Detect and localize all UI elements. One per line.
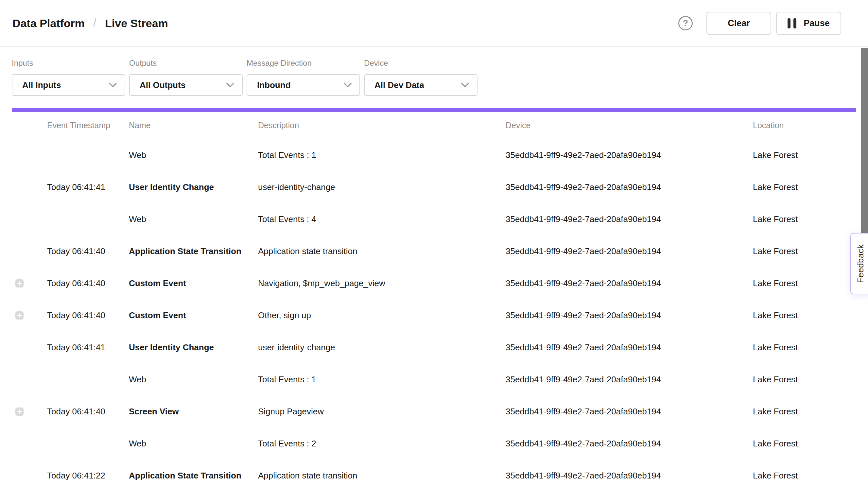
cell-device: 35eddb41-9ff9-49e2-7aed-20afa90eb194 [506,438,753,449]
cell-device: 35eddb41-9ff9-49e2-7aed-20afa90eb194 [506,310,753,321]
expand-plus-icon[interactable] [16,279,24,287]
cell-description: Application state transition [258,246,506,256]
cell-location: Lake Forest [753,342,856,353]
cell-name: Custom Event [129,278,258,288]
cell-name: User Identity Change [129,182,258,192]
cell-description: Navigation, $mp_web_page_view [258,278,506,288]
help-icon[interactable]: ? [678,16,693,30]
outputs-select-value: All Outputs [140,80,185,90]
clear-button[interactable]: Clear [707,12,771,35]
table-row[interactable]: WebTotal Events : 135eddb41-9ff9-49e2-7a… [12,363,856,395]
device-select-value: All Dev Data [374,80,424,90]
table-row[interactable]: Today 06:41:41User Identity Changeuser-i… [12,171,856,203]
column-header-event-timestamp: Event Timestamp [47,121,129,130]
table-row[interactable]: Today 06:41:40Screen ViewSignup Pageview… [12,395,856,427]
cell-event-timestamp: Today 06:41:40 [47,310,129,321]
filters-bar: Inputs All Inputs Outputs All Outputs Me… [0,47,868,96]
table-row[interactable]: Today 06:41:40Custom EventOther, sign up… [12,299,856,331]
breadcrumb-section[interactable]: Data Platform [12,17,85,30]
chevron-down-icon [344,83,351,88]
cell-name: Web [129,438,258,449]
page-title: Live Stream [105,17,168,30]
filter-message-direction: Message Direction Inbound [247,59,360,96]
cell-device: 35eddb41-9ff9-49e2-7aed-20afa90eb194 [506,342,753,353]
filter-device: Device All Dev Data [364,59,477,96]
pause-button[interactable]: Pause [776,12,841,35]
cell-name: Screen View [129,406,258,417]
expand-plus-icon[interactable] [16,311,24,320]
cell-name: Web [129,214,258,224]
filter-outputs: Outputs All Outputs [129,59,243,96]
table-row[interactable]: Today 06:41:41User Identity Changeuser-i… [12,331,856,363]
cell-location: Lake Forest [753,150,856,160]
device-select[interactable]: All Dev Data [364,74,477,96]
cell-name: Custom Event [129,310,258,321]
accent-divider [12,108,856,112]
cell-description: Signup Pageview [258,406,506,417]
table-row[interactable]: Today 06:41:40Custom EventNavigation, $m… [12,267,856,299]
cell-location: Lake Forest [753,374,856,385]
cell-device: 35eddb41-9ff9-49e2-7aed-20afa90eb194 [506,150,753,160]
inputs-select-value: All Inputs [22,80,61,90]
cell-location: Lake Forest [753,278,856,288]
cell-location: Lake Forest [753,182,856,192]
pause-button-label: Pause [804,18,830,28]
cell-event-timestamp: Today 06:41:40 [47,406,129,417]
header-actions: ? Clear Pause [678,12,841,35]
filter-label: Inputs [12,59,125,67]
filter-label: Outputs [129,59,243,67]
cell-location: Lake Forest [753,310,856,321]
cell-description: Application state transition [258,470,506,481]
outputs-select[interactable]: All Outputs [129,74,243,96]
chevron-down-icon [109,83,117,88]
table-row[interactable]: Today 06:41:22Application State Transiti… [12,459,856,486]
cell-device: 35eddb41-9ff9-49e2-7aed-20afa90eb194 [506,278,753,288]
feedback-tab-label: Feedback [856,244,866,283]
cell-location: Lake Forest [753,438,856,449]
cell-location: Lake Forest [753,406,856,417]
cell-name: Web [129,374,258,385]
cell-name: User Identity Change [129,342,258,353]
cell-location: Lake Forest [753,246,856,256]
table-header-row: Event Timestamp Name Description Device … [12,112,856,139]
cell-device: 35eddb41-9ff9-49e2-7aed-20afa90eb194 [506,406,753,417]
filter-label: Message Direction [247,59,360,67]
expand-cell [12,311,47,320]
message-direction-select[interactable]: Inbound [247,74,360,96]
cell-device: 35eddb41-9ff9-49e2-7aed-20afa90eb194 [506,182,753,192]
chevron-down-icon [461,83,469,88]
breadcrumb: Data Platform / Live Stream [12,17,168,30]
cell-description: Total Events : 4 [258,214,506,224]
cell-location: Lake Forest [753,214,856,224]
table-row[interactable]: WebTotal Events : 135eddb41-9ff9-49e2-7a… [12,139,856,171]
cell-device: 35eddb41-9ff9-49e2-7aed-20afa90eb194 [506,246,753,256]
cell-event-timestamp: Today 06:41:40 [47,278,129,288]
cell-event-timestamp: Today 06:41:22 [47,470,129,481]
cell-description: Other, sign up [258,310,506,321]
column-header-device: Device [506,121,753,130]
table-row[interactable]: WebTotal Events : 235eddb41-9ff9-49e2-7a… [12,427,856,459]
expand-cell [12,279,47,287]
cell-device: 35eddb41-9ff9-49e2-7aed-20afa90eb194 [506,214,753,224]
table-row[interactable]: WebTotal Events : 435eddb41-9ff9-49e2-7a… [12,203,856,235]
cell-device: 35eddb41-9ff9-49e2-7aed-20afa90eb194 [506,374,753,385]
column-header-location: Location [753,121,856,130]
column-header-description: Description [258,121,506,130]
cell-event-timestamp: Today 06:41:41 [47,182,129,192]
filter-inputs: Inputs All Inputs [12,59,125,96]
feedback-tab[interactable]: Feedback [850,233,868,294]
cell-event-timestamp: Today 06:41:41 [47,342,129,353]
expand-plus-icon[interactable] [16,407,24,416]
live-stream-table: Event Timestamp Name Description Device … [12,112,856,486]
table-body: WebTotal Events : 135eddb41-9ff9-49e2-7a… [12,139,856,486]
chevron-down-icon [226,83,234,88]
cell-description: Total Events : 1 [258,374,506,385]
table-row[interactable]: Today 06:41:40Application State Transiti… [12,235,856,267]
cell-name: Web [129,150,258,160]
inputs-select[interactable]: All Inputs [12,74,125,96]
cell-description: user-identity-change [258,182,506,192]
cell-name: Application State Transition [129,470,258,481]
expand-cell [12,407,47,416]
cell-description: user-identity-change [258,342,506,353]
message-direction-select-value: Inbound [257,80,291,90]
